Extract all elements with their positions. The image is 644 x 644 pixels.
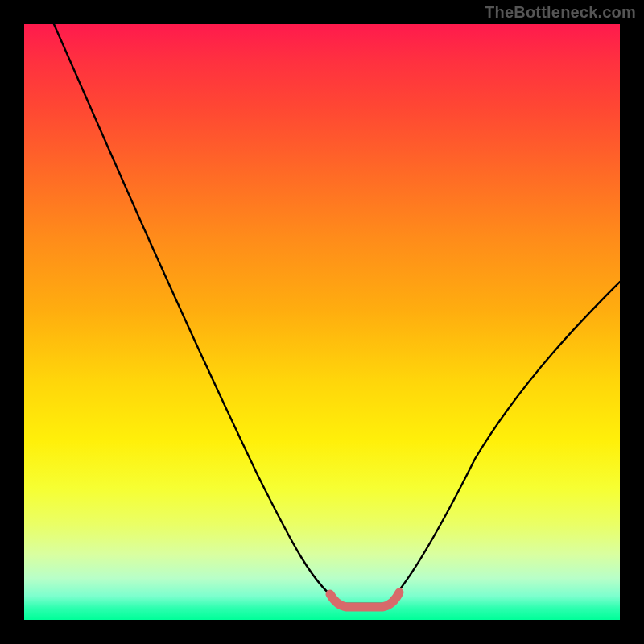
curve-svg <box>24 24 620 620</box>
bottleneck-curve <box>54 24 620 604</box>
chart-frame: TheBottleneck.com <box>0 0 644 644</box>
optimal-band <box>330 592 399 607</box>
plot-area <box>24 24 620 620</box>
watermark-text: TheBottleneck.com <box>485 3 636 22</box>
